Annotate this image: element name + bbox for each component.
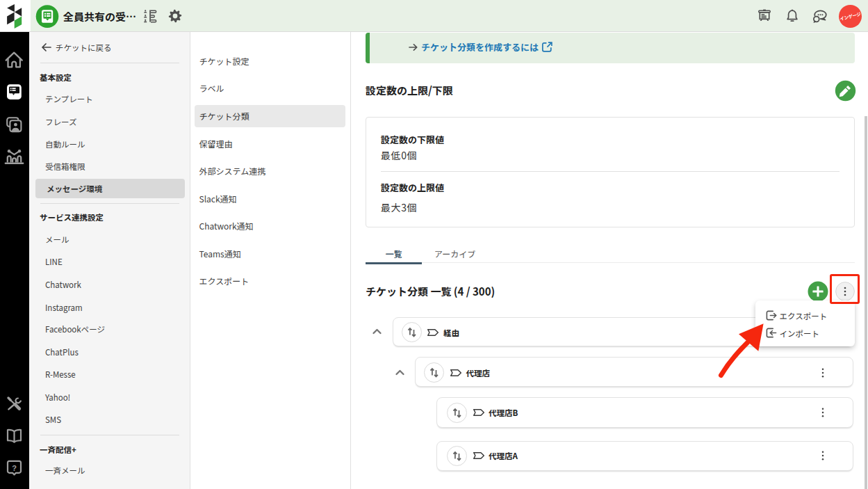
svg-text:インゲージ: インゲージ — [839, 10, 862, 22]
svg-text:?: ? — [12, 462, 17, 473]
